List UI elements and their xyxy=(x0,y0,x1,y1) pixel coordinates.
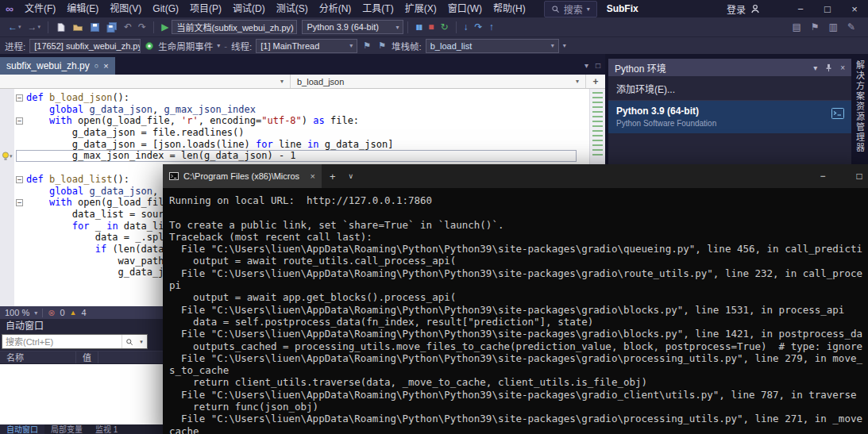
fold-marker[interactable]: − xyxy=(16,176,23,183)
code-line[interactable]: − with open(g_load_file, 'r', encoding="… xyxy=(16,115,577,127)
terminal-dropdown-icon[interactable]: ∨ xyxy=(344,172,359,180)
close-button[interactable]: × xyxy=(841,0,868,17)
code-line[interactable]: g_data_json = [json.loads(line) for line… xyxy=(16,139,577,151)
fold-marker[interactable]: − xyxy=(16,117,23,125)
float-window-icon[interactable]: □ xyxy=(596,61,600,70)
menu-item[interactable]: 扩展(X) xyxy=(399,0,442,17)
lightbulb-icon[interactable]: ▾ xyxy=(2,152,13,161)
menu-item[interactable]: 视图(V) xyxy=(104,0,147,17)
chevron-down-icon: ▾ xyxy=(217,42,220,49)
save-icon[interactable] xyxy=(87,22,103,33)
sign-in-label: 登录 xyxy=(727,2,746,16)
new-file-icon[interactable] xyxy=(52,22,69,33)
menu-item[interactable]: 调试(D) xyxy=(227,0,271,17)
maximize-button[interactable]: □ xyxy=(814,0,841,17)
search-box[interactable]: 搜索 ▾ xyxy=(544,1,597,17)
code-line[interactable]: g_max_json_index = len(g_data_json) - 1 xyxy=(16,150,577,162)
menu-item[interactable]: 项目(P) xyxy=(184,0,227,17)
code-line[interactable]: −def b_load_json(): xyxy=(16,92,577,104)
fold-marker[interactable]: − xyxy=(16,199,23,206)
undo-icon[interactable]: ↶ xyxy=(121,21,135,33)
task-list-icon[interactable]: ▥ xyxy=(829,21,838,33)
nav-member-dropdown[interactable]: b_load_json ▾ xyxy=(291,75,586,88)
code-line[interactable]: global g_data_json, g_max_json_index xyxy=(16,104,577,116)
start-debug-button[interactable]: ▶ xyxy=(158,21,172,33)
terminal-minimize-button[interactable]: − xyxy=(804,164,841,188)
add-environment-button[interactable]: 添加环境(E)... xyxy=(608,76,851,101)
startup-target-dropdown[interactable]: 当前文档(subfix_webui_zh.py) ▾ xyxy=(172,20,297,34)
terminal-tab-close-icon[interactable]: × xyxy=(311,171,315,181)
code-line[interactable]: g_data_json = file.readlines() xyxy=(16,127,577,139)
step-into-icon[interactable]: ↓ xyxy=(461,21,472,33)
flag-icon[interactable]: ⚑ xyxy=(361,40,372,51)
stop-debug-button[interactable]: ■ xyxy=(425,21,437,33)
window-menu-chevron-icon[interactable]: ▾ xyxy=(813,63,817,72)
menu-item[interactable]: 窗口(W) xyxy=(442,0,488,17)
fold-marker[interactable]: − xyxy=(16,94,23,102)
warning-count[interactable]: 4 xyxy=(81,308,86,317)
terminal-tab[interactable]: C:\Program Files (x86)\Micros × xyxy=(163,164,322,188)
bookmark-list-icon[interactable]: ▤ xyxy=(792,21,800,33)
step-out-icon[interactable]: ↑ xyxy=(486,21,497,33)
python-version-dropdown[interactable]: Python 3.9 (64-bit) ▾ xyxy=(302,20,403,34)
tab-list-chevron-icon[interactable]: ▾ xyxy=(584,61,588,70)
autos-tab[interactable]: 自动窗口 xyxy=(0,424,44,434)
feedback-pencil-icon[interactable]: ✎ xyxy=(847,21,855,33)
close-panel-icon[interactable]: × xyxy=(840,63,845,72)
minimize-button[interactable]: − xyxy=(787,0,814,17)
warnings-icon[interactable]: ▲ xyxy=(70,309,77,317)
debug-location-toolbar: 进程: [17652] subfix_webui_zh.py ▾ 生命周期事件 … xyxy=(0,36,868,54)
autos-tab[interactable]: 局部变量 xyxy=(44,424,89,434)
breakpoint-gutter[interactable] xyxy=(0,89,14,306)
terminal-maximize-button[interactable]: □ xyxy=(841,164,868,188)
menu-item[interactable]: 编辑(E) xyxy=(61,0,104,17)
menu-item[interactable]: 帮助(H) xyxy=(488,0,531,17)
menu-item[interactable]: 分析(N) xyxy=(314,0,357,17)
interactive-window-icon[interactable] xyxy=(831,108,844,122)
tab-close-icon[interactable]: × xyxy=(103,61,108,71)
sign-in-button[interactable]: 登录 xyxy=(727,2,760,16)
pin-icon[interactable] xyxy=(824,63,833,72)
python-version-label: Python 3.9 (64-bit) xyxy=(307,22,379,32)
zoom-level[interactable]: 100 % xyxy=(5,308,29,317)
menu-item[interactable]: 文件(F) xyxy=(19,0,61,17)
menu-item[interactable]: 工具(T) xyxy=(357,0,399,17)
startup-target-label: 当前文档(subfix_webui_zh.py) xyxy=(176,21,293,33)
stack-frame-selector[interactable]: b_load_list ▾ xyxy=(426,39,559,53)
save-all-icon[interactable] xyxy=(103,22,121,33)
autos-tab[interactable]: 监视 1 xyxy=(89,424,124,434)
autos-column-header[interactable]: 值 xyxy=(76,351,98,363)
search-icon[interactable] xyxy=(122,335,136,348)
editor-tab[interactable]: subfix_webui_zh.py ○ × xyxy=(0,57,115,75)
environment-list-item[interactable]: Python 3.9 (64-bit) Python Software Foun… xyxy=(608,101,851,133)
flag-icon[interactable]: ⚑ xyxy=(811,21,820,33)
lifecycle-events-button[interactable]: 生命周期事件 xyxy=(158,40,213,52)
autos-column-header[interactable]: 名称 xyxy=(0,351,76,363)
chevron-down-icon[interactable]: ▾ xyxy=(136,339,147,345)
errors-icon[interactable]: ⊗ xyxy=(48,308,55,318)
navigate-back-icon[interactable]: ←▾ xyxy=(5,21,25,33)
navigate-forward-icon[interactable]: →▾ xyxy=(25,21,44,33)
menu-item[interactable]: 测试(S) xyxy=(271,0,314,17)
nav-project-dropdown[interactable]: ▾ xyxy=(0,75,291,88)
autos-search-box: ▾ xyxy=(2,334,148,349)
python-environments-header: Python 环境 ▾ × xyxy=(608,59,851,76)
split-editor-icon[interactable]: + xyxy=(586,76,605,87)
process-selector[interactable]: [17652] subfix_webui_zh.py ▾ xyxy=(29,39,141,53)
step-over-icon[interactable]: ↷ xyxy=(472,21,486,33)
autos-search-input[interactable] xyxy=(2,337,122,347)
toolbar-overflow-icon[interactable]: ▾ xyxy=(563,42,566,49)
open-folder-icon[interactable] xyxy=(69,22,87,33)
new-tab-button[interactable]: + xyxy=(322,171,344,182)
restart-debug-button[interactable]: ↻ xyxy=(438,21,452,33)
break-all-button[interactable]: ▮▮ xyxy=(412,23,425,31)
side-tab[interactable]: 解决方案资源管理器 xyxy=(854,60,866,153)
flag-outline-icon[interactable]: ⚑ xyxy=(376,40,388,51)
nav-member-label: b_load_json xyxy=(297,77,344,86)
menu-item[interactable]: Git(G) xyxy=(147,0,184,17)
error-count[interactable]: 0 xyxy=(60,308,64,317)
terminal-output[interactable]: Running on local URL: http://127.0.0.1:7… xyxy=(163,188,868,434)
redo-icon[interactable]: ↷ xyxy=(135,21,149,33)
thread-selector[interactable]: [1] MainThread ▾ xyxy=(256,39,357,53)
solution-name: SubFix xyxy=(607,3,638,14)
